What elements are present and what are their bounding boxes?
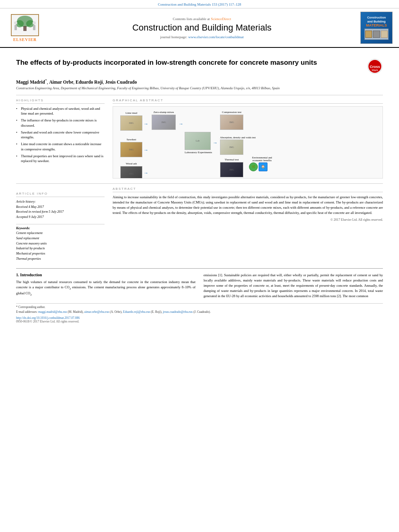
- ga-lime-photo: IMG: [120, 115, 142, 131]
- authors-line: Maggi Madrid*, Aimar Orbe, Eduardo Rojí,…: [16, 78, 383, 84]
- article-history: Article history: Received 4 May 2017 Rec…: [16, 199, 105, 220]
- email-aimar[interactable]: aimar.orbe@ehu.eus: [84, 310, 109, 314]
- ga-zerosl-label: Zero-slump mixes IMG: [152, 111, 176, 130]
- article-content: The effects of by-products incorporated …: [0, 48, 399, 328]
- elsevier-logo-container: ELSEVIER: [5, 12, 45, 44]
- author-maggi: Maggi Madrid: [16, 80, 45, 84]
- cbm-logo-container: Construction and Building MATERIALS: [359, 12, 394, 44]
- ga-woodash-photo: IMG: [120, 166, 142, 179]
- elsevier-text: ELSEVIER: [13, 37, 37, 42]
- highlights-abstract-row: HIGHLIGHTS Physical and chemical analyse…: [16, 99, 383, 179]
- ga-sawdust-photo: IMG: [120, 142, 142, 157]
- graphical-abstract-section: GRAPHICAL ABSTRACT Lime mud IMG Sawdust …: [113, 99, 383, 179]
- ga-house-icon: 🏠: [259, 162, 267, 171]
- doi-link[interactable]: http://dx.doi.org/10.1016/j.conbuildmat.…: [16, 316, 80, 320]
- affiliation-line: Construction Engineering Area, Departmen…: [16, 86, 383, 91]
- received-revised: Received in revised form 5 July 2017: [16, 210, 64, 214]
- keyword-2: Sand replacement: [16, 236, 105, 241]
- author-aimar: Aimar Orbe: [49, 80, 73, 84]
- highlight-item-5: Thermal properties are best improved in …: [16, 154, 105, 164]
- highlight-item-2: The influence of these by-products in co…: [16, 118, 105, 128]
- ga-enviro-label: Environmental and economic benefits 🌿 🏠: [249, 156, 275, 171]
- graphical-abstract-label: GRAPHICAL ABSTRACT: [113, 99, 383, 104]
- ga-absdens-photo: IMG: [220, 140, 243, 155]
- svg-point-5: [14, 21, 17, 25]
- journal-header: ELSEVIER Contents lists available at Sci…: [0, 8, 399, 48]
- svg-text:Mark: Mark: [372, 69, 378, 72]
- email-maggi[interactable]: maggi.madrid@ehu.eus: [38, 310, 67, 314]
- intro-col-right: emissions [1]. Sustainable policies are …: [204, 273, 383, 299]
- ga-thermal-label: Thermal test IMG: [220, 158, 243, 177]
- highlight-item-4: Lime mud concrete in contrast shows a no…: [16, 142, 105, 152]
- highlight-item-1: Physical and chemical analyses of sawdus…: [16, 106, 105, 117]
- article-info-label: ARTICLE INFO: [16, 192, 105, 197]
- homepage-line: journal homepage: www.elsevier.com/locat…: [160, 35, 244, 39]
- keyword-6: Thermal properties: [16, 257, 105, 262]
- cbm-cover-image: [364, 29, 389, 40]
- ga-thermal-photo: IMG: [220, 162, 243, 177]
- info-abstract-row: ARTICLE INFO Article history: Received 4…: [16, 187, 383, 262]
- article-info-section: ARTICLE INFO Article history: Received 4…: [16, 192, 105, 262]
- svg-text:Cross: Cross: [370, 65, 380, 69]
- contents-label: Contents lists available at: [173, 17, 210, 21]
- email-jesus[interactable]: jesus.cuadrado@ehu.eus: [163, 310, 193, 314]
- homepage-label: journal homepage:: [160, 35, 187, 39]
- contents-line: Contents lists available at ScienceDirec…: [173, 16, 231, 21]
- ga-arrow-1: →: [144, 121, 148, 127]
- journal-header-center: Contents lists available at ScienceDirec…: [48, 12, 356, 44]
- journal-ref-bar: Construction and Building Materials 153 …: [0, 0, 399, 8]
- article-title-section: The effects of by-products incorporated …: [16, 58, 383, 74]
- email-eduardo[interactable]: Eduardo.roji@ehu.eus: [123, 310, 150, 314]
- highlight-item-3: Sawdust and wood ash concrete show lower…: [16, 130, 105, 140]
- doi-line[interactable]: http://dx.doi.org/10.1016/j.conbuildmat.…: [16, 316, 383, 320]
- highlights-section: HIGHLIGHTS Physical and chemical analyse…: [16, 99, 105, 179]
- keywords-section: Keywords: Cement replacement Sand replac…: [16, 224, 105, 262]
- ga-arrow-4: →: [179, 121, 183, 127]
- keywords-list: Cement replacement Sand replacement Conc…: [16, 231, 105, 262]
- email-footnote: E-mail addresses: maggi.madrid@ehu.eus (…: [16, 310, 383, 314]
- divider-2: [16, 183, 383, 184]
- ga-arrow-5: →: [213, 140, 218, 146]
- keyword-4: Industrial by-products: [16, 246, 105, 251]
- crossmark-badge: Cross Mark: [367, 58, 383, 74]
- abstract-copyright: © 2017 Elsevier Ltd. All rights reserved…: [113, 218, 383, 222]
- ga-compress-photo: IMG: [220, 115, 243, 130]
- ga-zerosl-photo: IMG: [152, 115, 176, 130]
- abstract-text: Aiming to increase sustainability in the…: [113, 195, 383, 216]
- ga-green-icon: 🌿: [249, 162, 258, 171]
- journal-title: Construction and Building Materials: [132, 23, 271, 33]
- introduction-columns: 1. Introduction The high volumes of natu…: [16, 273, 383, 299]
- corresponding-author-note: * Corresponding author.: [16, 305, 383, 310]
- svg-point-6: [33, 21, 36, 25]
- main-text-section: 1. Introduction The high volumes of natu…: [16, 268, 383, 299]
- homepage-url[interactable]: www.elsevier.com/locate/conbuildmat: [188, 35, 244, 39]
- cbm-logo-text1: Construction and Building: [367, 16, 386, 24]
- keyword-3: Concrete masonry units: [16, 241, 105, 246]
- footnote-section: * Corresponding author. E-mail addresses…: [16, 303, 383, 323]
- ga-compress-label: Compression test IMG: [220, 111, 243, 130]
- intro-heading: 1. Introduction: [16, 273, 195, 277]
- ga-diagram: Lime mud IMG Sawdust IMG Wood ash IMG: [116, 110, 379, 175]
- journal-ref-text: Construction and Building Materials 153 …: [158, 2, 241, 6]
- intro-col-left: 1. Introduction The high volumes of natu…: [16, 273, 195, 299]
- svg-rect-4: [23, 26, 27, 31]
- intro-body-left: The high volumes of natural resources co…: [16, 279, 195, 297]
- sciencedirect-link[interactable]: ScienceDirect: [211, 17, 231, 21]
- elsevier-tree-icon: [11, 14, 39, 36]
- divider-1: [16, 95, 383, 95]
- history-label: Article history:: [16, 200, 36, 203]
- accepted-date: Accepted 9 July 2017: [16, 215, 44, 219]
- received-date: Received 4 May 2017: [16, 205, 44, 209]
- ga-arrow-3: →: [144, 170, 148, 176]
- cbm-logo-materials: MATERIALS: [366, 23, 387, 27]
- ga-sawdust-label: Sawdust IMG: [120, 138, 142, 157]
- author-eduardo: Eduardo Rojí: [76, 80, 103, 84]
- crossmark-icon: Cross Mark: [367, 59, 383, 74]
- ga-lab-photo: Lab: [185, 132, 211, 150]
- ga-arrow-2: →: [144, 147, 148, 153]
- ga-lab-label: Lab Laboratory Experiments: [185, 132, 212, 154]
- cbm-logo-box: Construction and Building MATERIALS: [360, 12, 393, 44]
- highlights-list: Physical and chemical analyses of sawdus…: [16, 106, 105, 164]
- page: Construction and Building Materials 153 …: [0, 0, 399, 532]
- abstract-section: ABSTRACT Aiming to increase sustainabili…: [113, 187, 383, 262]
